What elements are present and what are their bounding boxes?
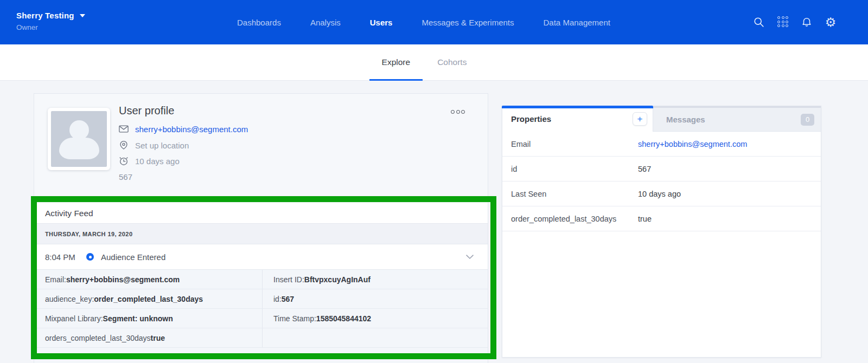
tab-cohorts[interactable]: Cohorts bbox=[425, 44, 479, 81]
avatar-body-shape bbox=[59, 138, 99, 159]
properties-panel: Properties + Messages 0 Email sherry+bob… bbox=[502, 106, 821, 358]
project-role: Owner bbox=[16, 23, 85, 31]
chevron-down-icon bbox=[80, 14, 85, 17]
last-seen-text: 10 days ago bbox=[135, 157, 180, 166]
add-property-button[interactable]: + bbox=[633, 112, 647, 126]
profile-email-link[interactable]: sherry+bobbins@segment.com bbox=[135, 125, 248, 134]
avatar-head-shape bbox=[69, 120, 89, 140]
search-icon[interactable] bbox=[753, 16, 765, 28]
top-icon-group: ⚙ bbox=[753, 0, 837, 44]
property-row-order-completed: order_completed_last_30days true bbox=[502, 206, 821, 231]
primary-nav: Dashboards Analysis Users Messages & Exp… bbox=[237, 0, 610, 44]
page-title: User profile bbox=[119, 105, 174, 117]
set-up-location-link[interactable]: Set up location bbox=[135, 141, 189, 150]
table-filler bbox=[34, 348, 488, 363]
nav-item-analysis[interactable]: Analysis bbox=[310, 18, 341, 27]
event-time: 8:04 PM bbox=[45, 252, 86, 262]
apps-grid-icon[interactable] bbox=[777, 16, 789, 28]
event-name: Audience Entered bbox=[101, 252, 165, 262]
profile-location-row: Set up location bbox=[119, 140, 189, 150]
tab-properties[interactable]: Properties + bbox=[502, 106, 653, 132]
property-row-email: Email sherry+bobbins@segment.com bbox=[502, 132, 821, 157]
more-options-icon[interactable] bbox=[451, 110, 465, 114]
bell-icon[interactable] bbox=[801, 16, 813, 28]
top-nav-bar: Sherry Testing Owner Dashboards Analysis… bbox=[0, 0, 868, 44]
properties-panel-tabs: Properties + Messages 0 bbox=[502, 106, 821, 132]
nav-item-data-management[interactable]: Data Management bbox=[544, 18, 610, 27]
alarm-clock-icon bbox=[119, 156, 129, 166]
activity-feed-title: Activity Feed bbox=[45, 209, 93, 218]
messages-count-badge: 0 bbox=[801, 114, 814, 126]
envelope-icon bbox=[119, 124, 129, 134]
table-row: audience_key: order_completed_last_30day… bbox=[34, 289, 488, 309]
user-profile-card: User profile sherry+bobbins@segment.com … bbox=[34, 93, 488, 363]
activity-event-row[interactable]: 8:04 PM Audience Entered bbox=[34, 244, 488, 270]
table-row: Email: sherry+bobbins@segment.com Insert… bbox=[34, 270, 488, 289]
chevron-down-icon[interactable] bbox=[466, 255, 474, 260]
activity-date-header: THURSDAY, MARCH 19, 2020 bbox=[34, 224, 488, 244]
property-row-last-seen: Last Seen 10 days ago bbox=[502, 182, 821, 206]
event-type-icon bbox=[86, 253, 94, 261]
property-email-link[interactable]: sherry+bobbins@segment.com bbox=[638, 140, 747, 148]
page-content: User profile sherry+bobbins@segment.com … bbox=[0, 81, 868, 363]
table-row: orders_completed_last_30daystrue bbox=[34, 328, 488, 348]
property-row-id: id 567 bbox=[502, 157, 821, 182]
project-switcher[interactable]: Sherry Testing Owner bbox=[16, 11, 85, 31]
project-name: Sherry Testing bbox=[16, 11, 74, 20]
tab-messages[interactable]: Messages 0 bbox=[653, 106, 821, 132]
profile-email-row: sherry+bobbins@segment.com bbox=[119, 124, 248, 134]
nav-item-users[interactable]: Users bbox=[370, 18, 393, 27]
profile-last-seen-row: 10 days ago bbox=[119, 156, 180, 166]
location-pin-icon bbox=[119, 140, 129, 150]
gear-icon[interactable]: ⚙ bbox=[825, 16, 837, 28]
profile-id-text: 567 bbox=[119, 172, 132, 182]
explore-tab-bar: Explore Cohorts bbox=[0, 44, 868, 81]
profile-section: User profile sherry+bobbins@segment.com … bbox=[34, 94, 488, 203]
activity-feed-header: Activity Feed bbox=[34, 203, 488, 224]
tab-explore[interactable]: Explore bbox=[369, 44, 423, 81]
nav-item-messages-experiments[interactable]: Messages & Experiments bbox=[422, 18, 514, 27]
table-row: Mixpanel Library: Segment: unknown Time … bbox=[34, 309, 488, 328]
avatar bbox=[48, 108, 110, 170]
event-detail-table: Email: sherry+bobbins@segment.com Insert… bbox=[34, 270, 488, 348]
nav-item-dashboards[interactable]: Dashboards bbox=[237, 18, 281, 27]
